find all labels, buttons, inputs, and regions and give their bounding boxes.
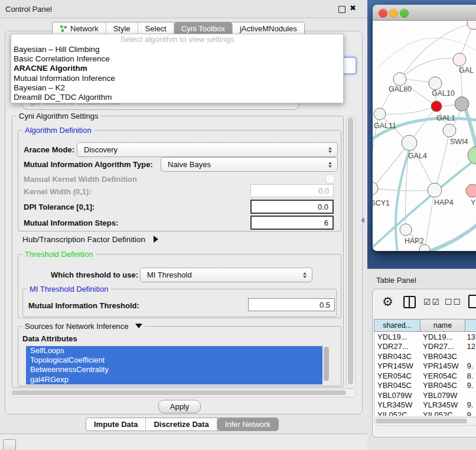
- column-header-name[interactable]: name: [420, 319, 464, 332]
- tab-infer-network[interactable]: Infer Network: [217, 418, 278, 431]
- tab-network[interactable]: Network: [53, 22, 106, 35]
- traffic-light-zoom-icon[interactable]: [400, 9, 409, 18]
- tab-discretize-data[interactable]: Discretize Data: [146, 418, 217, 431]
- sources-legend[interactable]: Sources for Network Inference: [22, 322, 145, 331]
- mi-threshold-field[interactable]: 0.5: [248, 298, 335, 311]
- network-node-hap4[interactable]: [428, 183, 442, 197]
- aracne-mode-select[interactable]: Discovery: [77, 142, 338, 157]
- attribute-item-betweennesscentrality[interactable]: BetweennessCentrality: [26, 365, 322, 374]
- table-cell: YLR345W: [374, 400, 420, 410]
- table-row[interactable]: YDR27...YDR27...12: [374, 342, 476, 352]
- apply-button-label: Apply: [170, 402, 190, 411]
- network-node-gal4[interactable]: [402, 135, 417, 151]
- tab-style[interactable]: Style: [106, 22, 138, 35]
- table-cell: YER054C: [420, 371, 464, 381]
- dpi-tolerance-field[interactable]: 0.0: [250, 200, 334, 214]
- network-node[interactable]: [455, 97, 469, 111]
- attribute-item-topologicalcoefficient[interactable]: TopologicalCoefficient: [26, 356, 322, 365]
- scrollbar-thumb[interactable]: [348, 118, 353, 384]
- tab-label: Select: [145, 24, 167, 33]
- apply-button[interactable]: Apply: [158, 400, 201, 413]
- hub-definition-label: Hub/Transcription Factor Definition: [22, 235, 145, 244]
- algorithm-option-basic-correlation-inference[interactable]: Basic Correlation Inference: [11, 54, 343, 64]
- settings-vertical-scrollbar[interactable]: [346, 116, 356, 389]
- network-node[interactable]: [468, 146, 476, 164]
- network-node-swi4[interactable]: [443, 124, 456, 137]
- table-row[interactable]: YBL079WYBL079W: [374, 390, 476, 400]
- table-cell: YDR27...: [374, 342, 420, 352]
- kernel-width-label: Kernel Width (0,1):: [24, 187, 92, 196]
- stepper-arrows-icon: [300, 272, 309, 278]
- algorithm-option-aracne-algorithm[interactable]: ARACNE Algorithm: [11, 64, 343, 73]
- file-icon[interactable]: [468, 295, 476, 308]
- network-window-titlebar[interactable]: [373, 5, 476, 21]
- network-graph[interactable]: GALGAL80GAL10GAL1GAL11SWI4GAL4GCY1HAP4YH…: [373, 21, 476, 251]
- algorithm-option-bayesian-k2[interactable]: Bayesian – K2: [11, 83, 343, 93]
- network-node-gal80[interactable]: [393, 73, 406, 86]
- data-attributes-scrollbar[interactable]: [324, 346, 329, 384]
- column-header-shared[interactable]: shared...: [374, 319, 420, 332]
- network-node-label: GAL11: [374, 122, 396, 130]
- table-cell: YPR145W: [420, 361, 464, 371]
- algorithm-dropdown-placeholder: Select algorithm to view settings: [11, 34, 343, 45]
- float-window-icon[interactable]: [338, 6, 345, 13]
- table-row[interactable]: YIL052CYIL052C9: [374, 410, 476, 416]
- table-row[interactable]: YLR345WYLR345W9.: [374, 400, 476, 410]
- tab-jactivemnodules[interactable]: jActiveMNodules: [233, 22, 304, 35]
- mi-algorithm-type-select[interactable]: Naive Bayes: [161, 157, 338, 172]
- algorithm-option-bayesian-hill-climbing[interactable]: Bayesian – Hill Climbing: [11, 45, 343, 54]
- close-icon[interactable]: ✖: [350, 4, 356, 12]
- network-view-window[interactable]: GALGAL80GAL10GAL1GAL11SWI4GAL4GCY1HAP4YH…: [373, 5, 476, 251]
- table-panel: Table Panel ⚙ ☑☑ ☐☐ shared...name YDL19.…: [367, 269, 476, 450]
- attribute-item-gal4rgexp[interactable]: gal4RGexp: [26, 375, 322, 384]
- table-cell: YBR045C: [420, 381, 464, 391]
- table-horizontal-scrollbar[interactable]: [374, 417, 476, 426]
- table-toolbar: ⚙ ☑☑ ☐☐: [373, 289, 476, 317]
- select-all-columns-icon[interactable]: ☑☑: [423, 297, 441, 306]
- hub-definition-toggle[interactable]: Hub/Transcription Factor Definition: [22, 235, 158, 244]
- corner-toggle-button[interactable]: [3, 439, 16, 450]
- stepper-arrows-icon: [325, 147, 335, 153]
- mi-steps-field[interactable]: 6: [250, 216, 334, 230]
- mi-threshold-legend: MI Threshold Definition: [27, 285, 110, 294]
- collapsed-arrow-icon[interactable]: [154, 236, 158, 243]
- network-node-gal1[interactable]: [431, 101, 442, 112]
- mi-threshold-value: 0.5: [319, 301, 330, 309]
- network-node-hap2[interactable]: [400, 224, 412, 236]
- panel-divider-grip[interactable]: [361, 217, 364, 223]
- table-cell: YBL079W: [420, 390, 464, 400]
- network-node-y[interactable]: [466, 184, 476, 197]
- network-node-gal11[interactable]: [374, 108, 386, 120]
- tab-impute-data[interactable]: Impute Data: [86, 418, 146, 431]
- algorithm-option-dream8-dc-tdc-algorithm[interactable]: Dream8 DC_TDC Algorithm: [11, 93, 343, 102]
- column-header-extra[interactable]: [465, 319, 476, 332]
- tab-cyni-toolbox[interactable]: Cyni Toolbox: [174, 22, 233, 35]
- network-node-gal[interactable]: [453, 53, 466, 66]
- attribute-item-selfloops[interactable]: SelfLoops: [26, 346, 322, 356]
- table-row[interactable]: YBR045CYBR045C9.: [374, 381, 476, 391]
- table-row[interactable]: YDL19...YDL19...13: [374, 332, 476, 342]
- desktop-background: GALGAL80GAL10GAL1GAL11SWI4GAL4GCY1HAP4YH…: [367, 0, 476, 269]
- settings-horizontal-scrollbar[interactable]: [9, 389, 357, 397]
- scrollbar-thumb[interactable]: [376, 419, 467, 423]
- table-row[interactable]: YER054CYER054C8.: [374, 371, 476, 381]
- table-row[interactable]: YPR145WYPR145W9.: [374, 361, 476, 371]
- traffic-light-minimize-icon[interactable]: [389, 9, 398, 18]
- scrollbar-thumb[interactable]: [12, 390, 346, 395]
- gear-icon[interactable]: ⚙: [382, 295, 393, 308]
- algorithm-option-mutual-information-inference[interactable]: Mutual Information Inference: [11, 74, 343, 83]
- table-cell: YLR345W: [420, 400, 464, 410]
- network-node-gal10[interactable]: [429, 77, 442, 90]
- mi-algorithm-type-label: Mutual Information Algorithm Type:: [24, 160, 153, 169]
- which-threshold-select[interactable]: MI Threshold: [140, 268, 312, 282]
- split-columns-icon[interactable]: [403, 296, 416, 308]
- table-row[interactable]: YBR043CYBR043C: [374, 351, 476, 361]
- tab-select[interactable]: Select: [138, 22, 174, 35]
- traffic-light-close-icon[interactable]: [379, 9, 387, 18]
- network-node-label: GAL80: [389, 85, 412, 93]
- deselect-all-columns-icon[interactable]: ☐☐: [445, 297, 462, 306]
- scrollbar-thumb[interactable]: [324, 347, 329, 381]
- network-node-gcy1[interactable]: [373, 182, 378, 195]
- expanded-arrow-icon[interactable]: [135, 324, 142, 328]
- network-node[interactable]: [467, 21, 476, 30]
